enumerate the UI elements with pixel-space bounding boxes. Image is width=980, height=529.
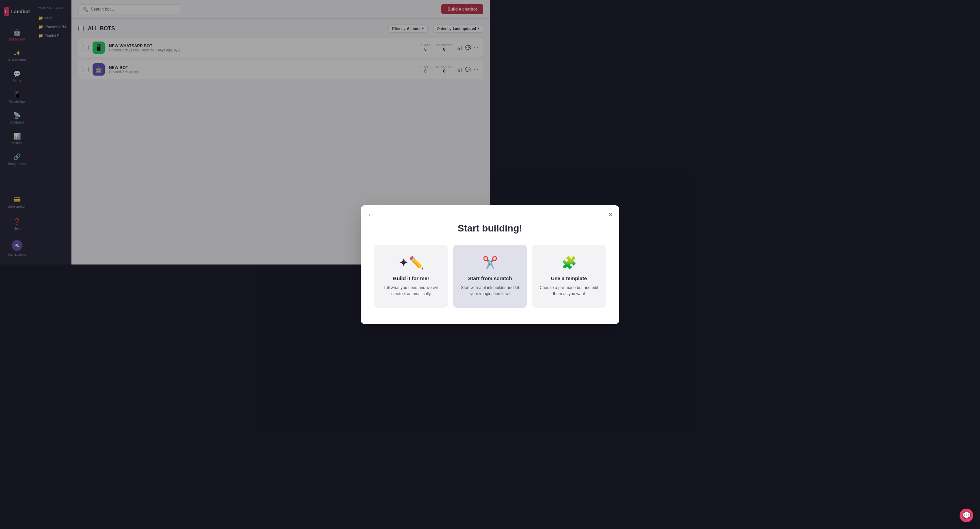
modal-title: Start building!	[374, 223, 490, 234]
modal-dialog: ← × Start building! ✦✏️ Build it for me!…	[361, 205, 490, 265]
build-for-me-icon: ✦✏️	[398, 256, 424, 265]
card-from-scratch[interactable]: ✂️ Start from scratch Start with a blank…	[453, 245, 490, 265]
modal-cards: ✦✏️ Build it for me! Tell what you need …	[374, 245, 490, 265]
from-scratch-icon: ✂️	[482, 256, 490, 265]
modal-back-button[interactable]: ←	[368, 211, 374, 218]
modal-overlay[interactable]: ← × Start building! ✦✏️ Build it for me!…	[0, 0, 490, 264]
card-build-for-me[interactable]: ✦✏️ Build it for me! Tell what you need …	[374, 245, 448, 265]
